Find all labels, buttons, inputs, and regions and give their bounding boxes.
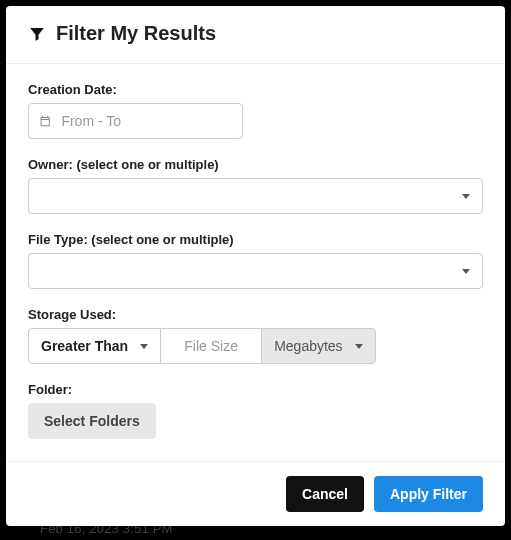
filter-icon [28, 25, 46, 43]
filter-modal: Filter My Results Creation Date: Owner: … [6, 6, 505, 526]
chevron-down-icon [140, 344, 148, 349]
storage-unit-select[interactable]: Megabytes [261, 328, 375, 364]
storage-label: Storage Used: [28, 307, 483, 322]
file-type-label: File Type: (select one or multiple) [28, 232, 483, 247]
creation-date-field[interactable] [61, 113, 232, 129]
select-folders-button[interactable]: Select Folders [28, 403, 156, 439]
storage-unit-value: Megabytes [274, 338, 342, 354]
chevron-down-icon [462, 194, 470, 199]
folder-group: Folder: Select Folders [28, 382, 483, 439]
chevron-down-icon [355, 344, 363, 349]
file-type-select[interactable] [28, 253, 483, 289]
modal-body: Creation Date: Owner: (select one or mul… [6, 64, 505, 461]
cancel-button[interactable]: Cancel [286, 476, 364, 512]
file-type-group: File Type: (select one or multiple) [28, 232, 483, 289]
storage-size-input[interactable] [161, 329, 261, 363]
folder-label: Folder: [28, 382, 483, 397]
storage-comparison-value: Greater Than [41, 338, 128, 354]
chevron-down-icon [462, 269, 470, 274]
creation-date-label: Creation Date: [28, 82, 483, 97]
modal-header: Filter My Results [6, 6, 505, 64]
owner-select[interactable] [28, 178, 483, 214]
apply-filter-button[interactable]: Apply Filter [374, 476, 483, 512]
storage-row: Greater Than Megabytes [28, 328, 483, 364]
storage-comparison-select[interactable]: Greater Than [28, 328, 161, 364]
owner-group: Owner: (select one or multiple) [28, 157, 483, 214]
storage-group: Storage Used: Greater Than Megabytes [28, 307, 483, 364]
modal-title: Filter My Results [56, 22, 216, 45]
modal-footer: Cancel Apply Filter [6, 461, 505, 526]
creation-date-input[interactable] [28, 103, 243, 139]
owner-label: Owner: (select one or multiple) [28, 157, 483, 172]
storage-size-input-wrap [161, 328, 261, 364]
creation-date-group: Creation Date: [28, 82, 483, 139]
calendar-icon [39, 114, 51, 128]
